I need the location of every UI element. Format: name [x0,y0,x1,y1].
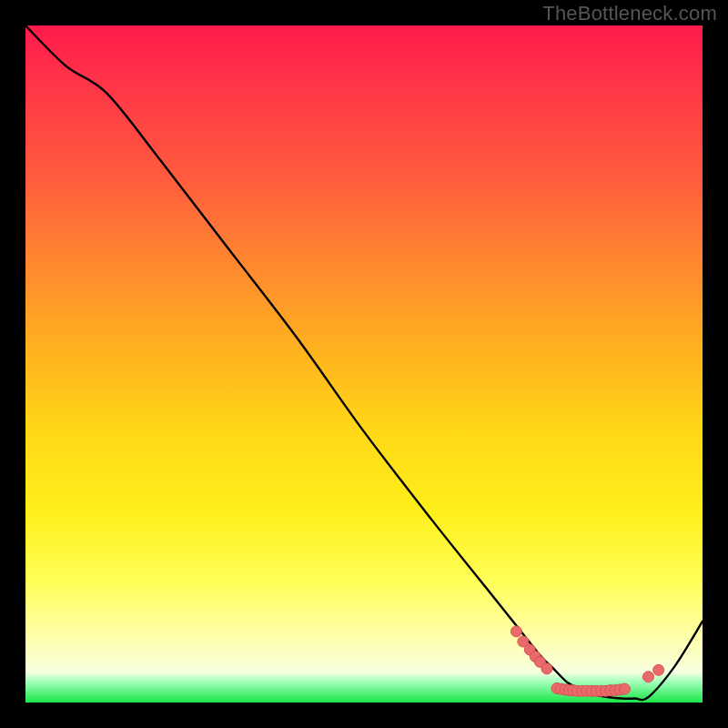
data-marker [619,683,630,694]
marker-layer [511,626,663,696]
data-marker [642,672,653,682]
watermark-text: TheBottleneck.com [542,2,717,25]
data-marker [511,626,521,637]
plot-area [25,25,703,703]
chart-frame: TheBottleneck.com [0,0,728,728]
data-marker [653,664,664,675]
data-marker [541,663,552,674]
bottleneck-curve [25,25,703,700]
curve-layer [25,25,703,703]
